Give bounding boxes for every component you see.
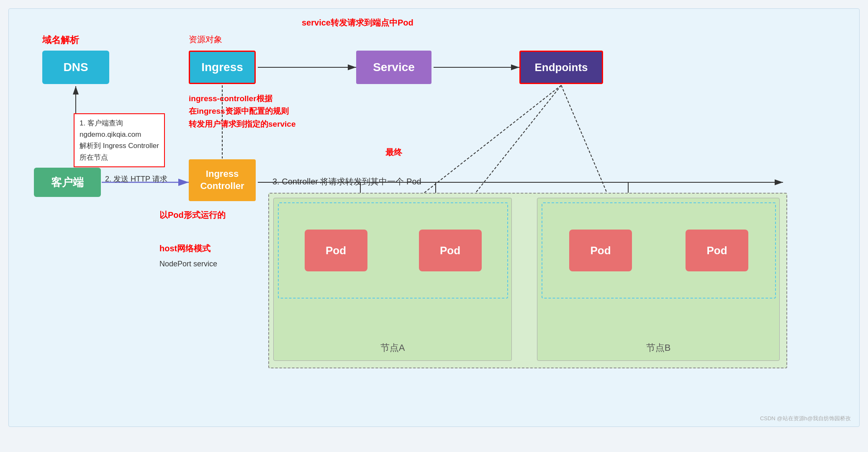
node-b-label: 节点B <box>537 342 779 354</box>
finally-label: 最终 <box>385 147 402 158</box>
nodes-container: Pod Pod 节点A Pod Pod 节点B <box>268 193 787 368</box>
endpoints-box: Endpoints <box>519 51 603 84</box>
pod-box-1: Pod <box>305 230 367 271</box>
ingress-controller-box: IngressController <box>189 159 256 201</box>
pod-box-3: Pod <box>569 230 632 271</box>
node-b: Pod Pod 节点B <box>537 198 780 361</box>
client-box: 客户端 <box>34 168 101 197</box>
node-a: Pod Pod 节点A <box>273 198 512 361</box>
dns-label: 域名解析 <box>42 34 79 46</box>
pod-box-4: Pod <box>686 230 748 271</box>
node-a-label: 节点A <box>274 342 511 354</box>
dns-box: DNS <box>42 51 109 84</box>
step3-label: 3. Controller 将请求转发到其中一个 Pod <box>272 176 421 187</box>
step2-label: 2. 发送 HTTP 请求 <box>105 174 167 184</box>
pod-box-2: Pod <box>419 230 482 271</box>
watermark: CSDN @站在资源h@我自纺饰园桥孜 <box>760 415 851 422</box>
ingress-rule-label: ingress-controller根据 在ingress资源中配置的规则 转发… <box>189 92 296 130</box>
nodeport-label: NodePort service <box>159 260 217 268</box>
host-network-label: host网络模式 <box>159 243 211 254</box>
pods-row-a: Pod Pod <box>278 202 508 299</box>
resource-label: 资源对象 <box>189 34 222 45</box>
ingress-box: Ingress <box>189 51 256 84</box>
service-box: Service <box>356 51 431 84</box>
main-diagram: 域名解析 DNS 1. 客户端查询 ngdemo.qikqia.com 解析到 … <box>8 8 860 427</box>
pod-form-label: 以Pod形式运行的 <box>159 209 226 221</box>
service-forward-label: service转发请求到端点中Pod <box>302 17 413 28</box>
dns-query-box: 1. 客户端查询 ngdemo.qikqia.com 解析到 Ingress C… <box>74 113 165 167</box>
pods-row-b: Pod Pod <box>542 202 776 299</box>
